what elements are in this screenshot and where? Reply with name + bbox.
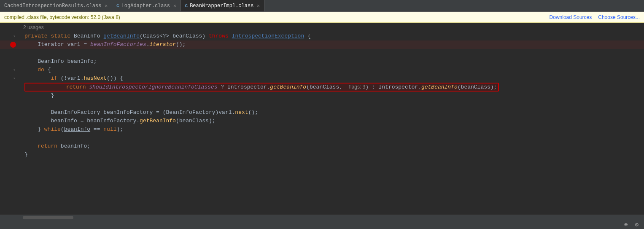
gutter-return2	[0, 142, 21, 151]
fold-do[interactable]: ▾	[11, 67, 18, 73]
scrollbar-thumb[interactable]	[23, 216, 73, 219]
gear-icon[interactable]: ⚙	[633, 221, 641, 229]
line-empty3	[21, 134, 644, 142]
code-line-iterator: Iterator var1 = beanInfoFactories.iterat…	[0, 40, 644, 49]
code-line-signature: ▾ private static BeanInfo getBeanInfo(Cl…	[0, 32, 644, 40]
gutter-breakpoint	[0, 40, 21, 49]
code-line-close-if: }	[0, 92, 644, 100]
tab-close-bean[interactable]: ✕	[257, 3, 260, 8]
usages-count: 2 usages	[23, 24, 44, 30]
gutter-while	[0, 125, 21, 134]
line-factory: BeanInfoFactory beanInfoFactory = (BeanI…	[21, 108, 644, 117]
gutter-return	[0, 83, 21, 92]
return-highlight-box: return shouldIntrospectorIgnoreBeaninfoC…	[24, 83, 499, 92]
code-line-empty1	[0, 49, 644, 57]
line-empty1	[21, 49, 644, 57]
status-bar: ⊕ ⚙	[0, 220, 644, 229]
tab-beanwrapper[interactable]: C BeanWrapperImpl.class ✕	[181, 0, 264, 11]
gutter-do: ▾	[0, 66, 21, 74]
line-close-if: }	[21, 92, 644, 100]
tab-icon-c: C	[116, 3, 119, 8]
gutter-bia	[0, 117, 21, 125]
gutter: ▾	[0, 32, 21, 40]
line-beaninfo: BeanInfo beanInfo;	[21, 57, 644, 66]
line-if: if (!var1.hasNext()) {	[21, 74, 644, 83]
line-content-iterator: Iterator var1 = beanInfoFactories.iterat…	[21, 40, 644, 49]
gutter-empty2	[0, 100, 21, 108]
code-line-empty2	[0, 100, 644, 108]
tab-label: CachedIntrospectionResults.class	[4, 3, 101, 9]
line-while: } while(beanInfo == null);	[21, 125, 644, 134]
tab-label: BeanWrapperImpl.class	[190, 3, 253, 9]
code-area: 2 usages ▾ private static BeanInfo getBe…	[0, 23, 644, 220]
line-beaninfo-assign: beanInfo = beanInfoFactory.getBeanInfo(b…	[21, 117, 644, 125]
tab-close-cached[interactable]: ✕	[105, 3, 108, 8]
code-line-beaninfo: BeanInfo beanInfo;	[0, 57, 644, 66]
tab-bar: CachedIntrospectionResults.class ✕ C Log…	[0, 0, 644, 12]
code-line-do: ▾ do {	[0, 66, 644, 74]
tab-icon-c2: C	[185, 3, 188, 8]
info-bar: compiled .class file, bytecode version: …	[0, 12, 644, 23]
line-content: private static BeanInfo getBeanInfo(Clas…	[21, 32, 644, 40]
gutter-bi	[0, 57, 21, 66]
tab-logadapter[interactable]: C LogAdapter.class ✕	[112, 0, 181, 11]
gutter-factory	[0, 108, 21, 117]
line-close-method: }	[21, 151, 644, 159]
code-line-if: ▾ if (!var1.hasNext()) {	[0, 74, 644, 83]
code-line-close-method: }	[0, 151, 644, 159]
code-line-return2: return beanInfo;	[0, 142, 644, 151]
fold-icon[interactable]: ▾	[11, 33, 18, 40]
fold-if[interactable]: ▾	[11, 75, 18, 82]
gutter-if: ▾	[0, 74, 21, 83]
code-lines: ▾ private static BeanInfo getBeanInfo(Cl…	[0, 32, 644, 215]
gutter-close-method	[0, 151, 21, 159]
tab-label: LogAdapter.class	[121, 3, 170, 9]
line-return2: return beanInfo;	[21, 142, 644, 151]
line-empty2	[21, 100, 644, 108]
horizontal-scrollbar[interactable]	[0, 215, 644, 220]
tab-close-log[interactable]: ✕	[173, 3, 176, 8]
usages-line: 2 usages	[0, 23, 644, 32]
code-line-while: } while(beanInfo == null);	[0, 125, 644, 134]
line-return: return shouldIntrospectorIgnoreBeaninfoC…	[21, 83, 644, 92]
gutter-close-if	[0, 92, 21, 100]
code-line-factory: BeanInfoFactory beanInfoFactory = (BeanI…	[0, 108, 644, 117]
gutter-empty3	[0, 134, 21, 142]
line-do: do {	[21, 66, 644, 74]
choose-sources-link[interactable]: Choose Sources...	[598, 14, 640, 20]
info-message: compiled .class file, bytecode version: …	[4, 14, 120, 20]
code-line-empty3	[0, 134, 644, 142]
earth-icon[interactable]: ⊕	[622, 221, 630, 229]
breakpoint-icon	[10, 42, 16, 48]
code-line-return: return shouldIntrospectorIgnoreBeaninfoC…	[0, 83, 644, 92]
info-bar-actions: Download Sources Choose Sources...	[550, 14, 640, 20]
gutter-empty1	[0, 49, 21, 57]
code-line-beaninfo-assign: beanInfo = beanInfoFactory.getBeanInfo(b…	[0, 117, 644, 125]
download-sources-link[interactable]: Download Sources	[550, 14, 592, 20]
tab-cached[interactable]: CachedIntrospectionResults.class ✕	[0, 0, 112, 11]
